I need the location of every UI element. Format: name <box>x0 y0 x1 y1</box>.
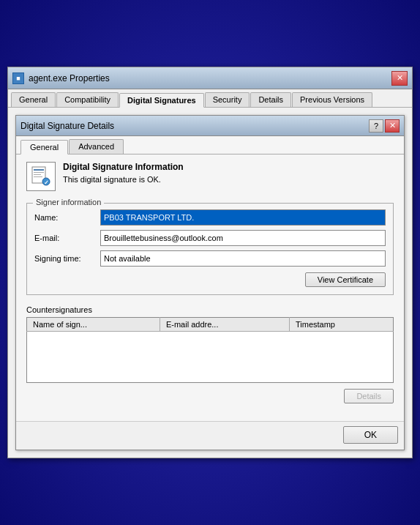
tab-security[interactable]: Security <box>205 92 250 107</box>
tab-previous-versions[interactable]: Previous Versions <box>292 92 372 107</box>
ok-row: OK <box>16 421 404 450</box>
tab-general[interactable]: General <box>11 92 56 107</box>
tab-compatibility[interactable]: Compatibility <box>56 92 119 107</box>
empty-row <box>27 332 394 383</box>
outer-close-button[interactable]: ✕ <box>391 71 408 86</box>
outer-titlebar: ■ agent.exe Properties ✕ <box>8 67 412 89</box>
name-row: Name: <box>34 209 386 226</box>
svg-rect-3 <box>34 174 41 175</box>
sig-text: Digital Signature Information This digit… <box>63 162 184 184</box>
ok-button[interactable]: OK <box>343 426 398 444</box>
name-label: Name: <box>34 213 100 222</box>
email-row: E-mail: <box>34 230 386 246</box>
outer-tab-bar: General Compatibility Digital Signatures… <box>8 89 412 108</box>
sig-header: ✓ Digital Signature Information This dig… <box>26 162 394 191</box>
email-input[interactable] <box>100 230 386 246</box>
outer-content: Digital Signature Details ? ✕ General Ad… <box>8 108 412 458</box>
inner-titlebar: Digital Signature Details ? ✕ <box>16 116 404 136</box>
inner-close-button[interactable]: ✕ <box>385 119 400 133</box>
signer-section-label: Signer information <box>33 198 104 206</box>
inner-content: ✓ Digital Signature Information This dig… <box>16 154 404 421</box>
svg-rect-4 <box>34 176 42 177</box>
svg-text:✓: ✓ <box>44 179 49 186</box>
svg-rect-2 <box>34 172 44 173</box>
details-button[interactable]: Details <box>344 389 394 403</box>
counter-table: Name of sign... E-mail addre... Timestam… <box>26 317 394 383</box>
name-input[interactable] <box>100 209 386 226</box>
outer-window: ■ agent.exe Properties ✕ General Compati… <box>7 67 413 458</box>
signing-time-label: Signing time: <box>34 254 100 263</box>
sig-icon: ✓ <box>26 162 56 191</box>
signing-time-row: Signing time: <box>34 250 386 267</box>
sig-heading: Digital Signature Information <box>63 162 184 172</box>
tab-digital-signatures[interactable]: Digital Signatures <box>119 93 204 108</box>
svg-rect-1 <box>34 169 44 171</box>
help-button[interactable]: ? <box>369 119 383 133</box>
email-label: E-mail: <box>34 234 100 242</box>
inner-dialog: Digital Signature Details ? ✕ General Ad… <box>15 115 405 450</box>
signing-time-input[interactable] <box>100 250 386 267</box>
view-cert-row: View Certificate <box>34 272 386 287</box>
col-email: E-mail addre... <box>160 318 289 332</box>
tab-inner-general[interactable]: General <box>20 140 68 154</box>
counter-label: Countersignatures <box>26 305 394 314</box>
sig-status: This digital signature is OK. <box>63 175 184 184</box>
col-name: Name of sign... <box>27 318 160 332</box>
tab-inner-advanced[interactable]: Advanced <box>69 139 124 154</box>
col-timestamp: Timestamp <box>290 318 394 332</box>
tab-details[interactable]: Details <box>250 92 291 107</box>
signer-section: Signer information Name: E-mail: Signing… <box>26 203 394 295</box>
view-certificate-button[interactable]: View Certificate <box>305 272 386 287</box>
details-btn-row: Details <box>26 389 394 403</box>
inner-dialog-title: Digital Signature Details <box>20 121 369 131</box>
counter-section: Countersignatures Name of sign... E-mail… <box>26 305 394 403</box>
inner-tab-bar: General Advanced <box>16 136 404 154</box>
app-icon: ■ <box>12 72 24 84</box>
outer-window-title: agent.exe Properties <box>29 73 391 83</box>
